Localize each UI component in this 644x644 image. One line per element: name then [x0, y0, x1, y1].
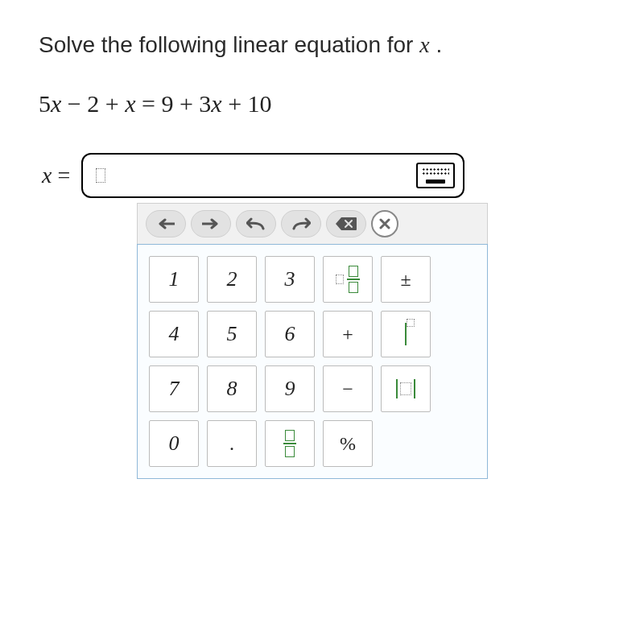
key-percent[interactable]: %	[323, 420, 373, 467]
answer-placeholder-box	[96, 168, 105, 183]
prompt-variable: x	[419, 32, 429, 57]
prompt-suffix: .	[430, 32, 443, 57]
key-8[interactable]: 8	[207, 365, 257, 412]
redo-button[interactable]	[281, 210, 321, 237]
key-7[interactable]: 7	[149, 365, 199, 412]
clear-button[interactable]	[371, 210, 398, 237]
undo-button[interactable]	[236, 210, 276, 237]
key-5[interactable]: 5	[207, 311, 257, 357]
key-mixed-fraction[interactable]	[323, 256, 373, 303]
key-9[interactable]: 9	[265, 365, 315, 412]
key-2[interactable]: 2	[207, 256, 257, 303]
key-absolute-value[interactable]	[381, 365, 431, 412]
math-keypad: 1 2 3 ± 4 5 6 + 7 8 9 − 0 . %	[137, 203, 488, 479]
key-1[interactable]: 1	[149, 256, 199, 303]
keypad-grid: 1 2 3 ± 4 5 6 + 7 8 9 − 0 . %	[137, 244, 488, 479]
key-4[interactable]: 4	[149, 311, 199, 357]
key-6[interactable]: 6	[265, 311, 315, 357]
answer-label: x =	[42, 163, 70, 188]
key-plus[interactable]: +	[323, 311, 373, 357]
equation-display: 5x − 2 + x = 9 + 3x + 10	[39, 90, 605, 118]
backspace-button[interactable]	[326, 210, 366, 237]
keypad-toolbar	[137, 203, 488, 244]
key-plus-minus[interactable]: ±	[381, 256, 431, 303]
cursor-left-button[interactable]	[146, 210, 186, 237]
key-minus[interactable]: −	[323, 365, 373, 412]
cursor-right-button[interactable]	[191, 210, 231, 237]
key-exponent[interactable]	[381, 311, 431, 357]
answer-row: x =	[39, 153, 605, 198]
key-fraction[interactable]	[265, 420, 315, 467]
key-0[interactable]: 0	[149, 420, 199, 467]
keyboard-icon[interactable]	[416, 163, 455, 188]
key-decimal[interactable]: .	[207, 420, 257, 467]
prompt-text: Solve the following linear equation for	[39, 32, 419, 57]
question-prompt: Solve the following linear equation for …	[39, 32, 605, 58]
answer-input[interactable]	[81, 153, 464, 198]
key-3[interactable]: 3	[265, 256, 315, 303]
